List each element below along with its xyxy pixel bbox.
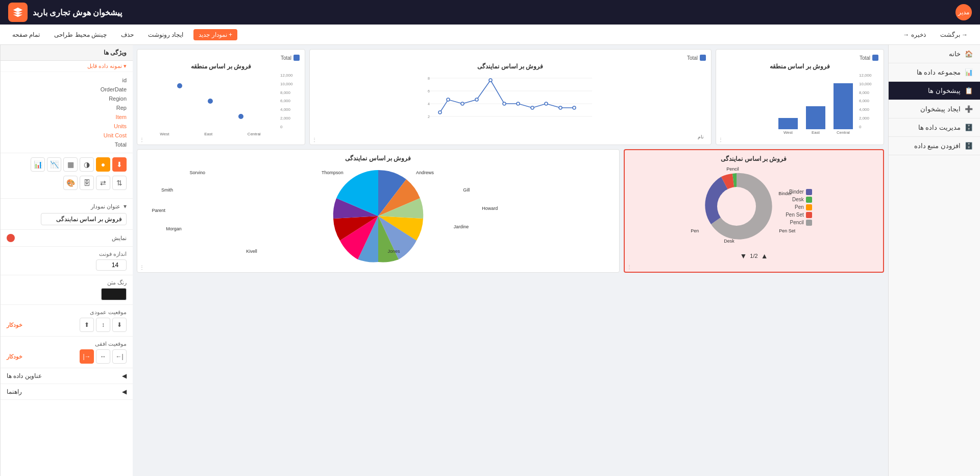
legend-pencil: Pencil xyxy=(786,220,812,226)
align-right-btn[interactable]: →| xyxy=(80,349,94,364)
align-bottom-btn[interactable]: ⬆ xyxy=(80,318,94,332)
next-page[interactable]: ▼ xyxy=(740,252,747,260)
sort-icon-btn[interactable]: ⇅ xyxy=(112,176,127,190)
sidebar-label-add-source: افزودن منبع داده xyxy=(914,142,961,150)
desk-label: Desk xyxy=(792,197,804,202)
legend-penset: Pen Set xyxy=(786,212,812,218)
collapse-icon-4[interactable]: ⋮ xyxy=(627,264,632,270)
svg-point-16 xyxy=(545,102,548,105)
bar-icon-btn[interactable]: ▦ xyxy=(63,157,78,172)
scatter-body: 12,000 10,000 8,000 6,000 4,000 2,000 0 xyxy=(142,73,300,136)
create-note-button[interactable]: ایجاد رونوشت xyxy=(144,29,187,40)
svg-point-8 xyxy=(438,111,442,114)
save-button[interactable]: ذخیره → xyxy=(899,29,929,40)
donut-chart-card[interactable]: فروش بر اساس نمایندگی Binder Desk xyxy=(624,149,884,273)
add-source-icon: 🗄️ xyxy=(965,142,973,150)
svg-text:2: 2 xyxy=(428,115,430,118)
collapse-icon-1[interactable]: ⋮ xyxy=(718,137,723,142)
chart-title-input[interactable] xyxy=(41,213,127,225)
column-icon-btn[interactable]: 📊 xyxy=(31,157,45,172)
filter-icon-btn[interactable]: ⬇ xyxy=(112,157,127,172)
scatter-chart-legend: Total xyxy=(142,55,300,61)
pie-icon-btn[interactable]: ◑ xyxy=(80,157,94,172)
donut-label-desk: Desk xyxy=(724,239,734,244)
orange-icon-btn[interactable]: ● xyxy=(96,157,110,172)
filter2-icon-btn[interactable]: ⇄ xyxy=(96,176,110,190)
pie-chart-svg xyxy=(327,165,429,267)
line-axis-label: نام xyxy=(698,134,704,139)
arrange-button[interactable]: چینش محیط طراحی xyxy=(50,29,111,40)
pie-chart-card[interactable]: فروش بر اساس نمایندگی xyxy=(137,149,620,273)
align-center-btn[interactable]: ↔ xyxy=(96,349,110,364)
sample-toggle-label[interactable]: ▾ نمونه داده قابل xyxy=(87,63,127,69)
svg-point-30 xyxy=(177,83,182,88)
scatter-chart-card[interactable]: Total فروش بر اساس منطقه 12,000 10,000 8… xyxy=(137,49,305,145)
line-icon-btn[interactable]: 📉 xyxy=(47,157,61,172)
bar-chart-card[interactable]: Total فروش بر اساس منطقه 12,000 10,000 8… xyxy=(716,49,884,145)
svg-point-11 xyxy=(475,98,478,101)
donut-chart-title: فروش بر اساس نمایندگی xyxy=(630,155,878,162)
charts-row-1: Total فروش بر اساس منطقه 12,000 10,000 8… xyxy=(137,49,884,145)
scatter-y-axis: 12,000 10,000 8,000 6,000 4,000 2,000 0 xyxy=(280,73,300,129)
collapse-icon-5[interactable]: ⋮ xyxy=(139,265,144,270)
field-units: Units xyxy=(7,122,127,130)
properties-title: ویژگی ها xyxy=(104,49,127,56)
svg-point-14 xyxy=(517,102,520,105)
prev-page[interactable]: ▲ xyxy=(761,252,768,260)
right-sidebar: 🏠 خانه 📊 مجموعه داده ها 📋 پیشخوان ها ➕ ا… xyxy=(888,45,980,476)
scatter-inner: Central East West xyxy=(142,73,278,136)
logo-icon xyxy=(12,7,23,18)
display-dot[interactable] xyxy=(7,234,15,242)
donut-svg-wrapper: Pencil Binder Pen Set Desk Pen xyxy=(696,165,777,249)
sidebar-item-datasets[interactable]: 📊 مجموعه داده ها xyxy=(889,63,980,82)
chevron-down-icon[interactable]: ▾ xyxy=(124,203,127,210)
align-left-btn[interactable]: |← xyxy=(112,349,127,364)
donut-svg xyxy=(696,165,777,247)
line-chart-card[interactable]: Total فروش بر اساس نمایندگی 8 6 4 2 xyxy=(309,49,712,145)
sidebar-item-manage-data[interactable]: 🗄️ مدیریت داده ها xyxy=(889,118,980,137)
font-size-label: اندازه فونت xyxy=(7,251,127,257)
chart-title-row: ▾ عنوان نمودار xyxy=(7,203,127,210)
align-top-btn[interactable]: ⬇ xyxy=(112,318,127,332)
sidebar-item-dashboards[interactable]: 📋 پیشخوان ها xyxy=(889,82,980,100)
bar-central xyxy=(834,83,853,129)
font-size-input[interactable] xyxy=(96,259,127,271)
charts-row-2: فروش بر اساس نمایندگی Binder Desk xyxy=(137,149,884,273)
palette-icon-btn[interactable]: 🎨 xyxy=(63,176,78,190)
svg-point-13 xyxy=(503,102,506,105)
sidebar-item-home[interactable]: 🏠 خانه xyxy=(889,45,980,63)
delete-button[interactable]: حذف xyxy=(117,29,138,40)
sidebar-item-add-source[interactable]: 🗄️ افزودن منبع داده xyxy=(889,137,980,155)
guide-toggle[interactable]: ◀ راهنما xyxy=(1,384,133,400)
user-badge[interactable]: مدیر xyxy=(955,4,972,20)
sample-data-toggle[interactable]: ▾ نمونه داده قابل xyxy=(1,61,133,72)
text-color-swatch[interactable] xyxy=(101,288,127,300)
charts-area: Total فروش بر اساس منطقه 12,000 10,000 8… xyxy=(133,45,888,476)
chart-title-section: ▾ عنوان نمودار xyxy=(1,199,133,230)
top-navigation: مدیر پیشخوان هوش تجاری باربد xyxy=(0,0,980,25)
align-middle-btn[interactable]: ↕ xyxy=(96,318,110,332)
data-headers-toggle[interactable]: ◀ عناوین داده ها xyxy=(1,368,133,384)
guide-chevron: ◀ xyxy=(122,388,127,395)
back-button[interactable]: → برگشت xyxy=(936,29,972,40)
fullscreen-button[interactable]: تمام صفحه xyxy=(8,29,44,40)
pen-color xyxy=(806,204,812,210)
add-dashboard-icon: ➕ xyxy=(965,105,973,113)
bar-west xyxy=(778,118,798,129)
home-icon: 🏠 xyxy=(965,50,973,58)
vertical-auto-label: خودکار xyxy=(7,322,22,328)
add-chart-button[interactable]: + نمودار جدید xyxy=(193,29,237,40)
pie-label-sorvino: Sorvino xyxy=(189,170,205,175)
collapse-icon-2[interactable]: ⋮ xyxy=(312,137,317,142)
svg-text:6: 6 xyxy=(428,89,430,93)
db-icon-btn[interactable]: 🗄 xyxy=(80,176,94,190)
field-list: id OrderDate Region Rep Item Units Unit … xyxy=(7,76,127,149)
collapse-icon-3[interactable]: ⋮ xyxy=(139,137,144,142)
pie-label-jardine: Jardine xyxy=(454,224,469,229)
sidebar-item-add-dashboard[interactable]: ➕ ایجاد پیشخوان xyxy=(889,100,980,118)
svg-point-12 xyxy=(489,79,492,82)
legend-desk: Desk xyxy=(786,197,812,203)
collapse-chevron: ◀ xyxy=(122,372,127,379)
svg-text:8: 8 xyxy=(428,77,430,80)
bar-group xyxy=(721,73,857,129)
